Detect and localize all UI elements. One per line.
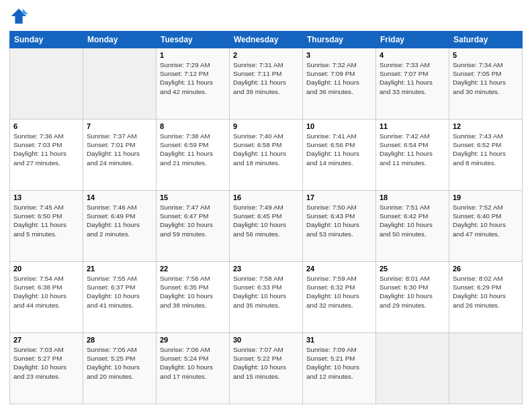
day-info: Sunrise: 7:49 AM Sunset: 6:45 PM Dayligh…	[233, 203, 299, 238]
day-number: 17	[306, 193, 372, 201]
logo-icon	[9, 7, 28, 26]
day-number: 21	[87, 265, 152, 273]
calendar-cell: 30Sunrise: 7:07 AM Sunset: 5:22 PM Dayli…	[230, 333, 303, 404]
calendar-cell: 23Sunrise: 7:58 AM Sunset: 6:33 PM Dayli…	[230, 262, 303, 333]
calendar-cell: 9Sunrise: 7:40 AM Sunset: 6:58 PM Daylig…	[230, 120, 303, 191]
day-number: 23	[233, 265, 299, 273]
day-info: Sunrise: 7:54 AM Sunset: 6:38 PM Dayligh…	[13, 274, 79, 310]
calendar-cell: 1Sunrise: 7:29 AM Sunset: 7:12 PM Daylig…	[157, 48, 230, 120]
weekday-header-saturday: Saturday	[449, 32, 523, 48]
weekday-header-sunday: Sunday	[10, 32, 83, 48]
day-info: Sunrise: 7:55 AM Sunset: 6:37 PM Dayligh…	[87, 274, 152, 310]
day-number: 25	[380, 265, 445, 273]
day-info: Sunrise: 7:37 AM Sunset: 7:01 PM Dayligh…	[87, 132, 152, 167]
day-info: Sunrise: 7:33 AM Sunset: 7:07 PM Dayligh…	[380, 60, 445, 96]
day-info: Sunrise: 7:29 AM Sunset: 7:12 PM Dayligh…	[160, 60, 226, 96]
day-number: 30	[233, 336, 299, 344]
page: SundayMondayTuesdayWednesdayThursdayFrid…	[0, 0, 532, 411]
calendar-cell: 3Sunrise: 7:32 AM Sunset: 7:09 PM Daylig…	[303, 48, 376, 120]
day-number: 26	[453, 265, 519, 273]
calendar-cell: 19Sunrise: 7:52 AM Sunset: 6:40 PM Dayli…	[449, 191, 523, 262]
day-info: Sunrise: 7:36 AM Sunset: 7:03 PM Dayligh…	[13, 132, 79, 167]
day-info: Sunrise: 7:32 AM Sunset: 7:09 PM Dayligh…	[306, 60, 372, 96]
calendar-cell: 4Sunrise: 7:33 AM Sunset: 7:07 PM Daylig…	[376, 48, 449, 120]
day-info: Sunrise: 7:50 AM Sunset: 6:43 PM Dayligh…	[306, 203, 372, 238]
day-number: 27	[13, 336, 79, 344]
weekday-header-tuesday: Tuesday	[157, 32, 230, 48]
calendar-cell	[449, 333, 523, 404]
calendar-cell	[83, 48, 157, 120]
day-number: 7	[87, 122, 152, 130]
calendar-cell: 7Sunrise: 7:37 AM Sunset: 7:01 PM Daylig…	[83, 120, 157, 191]
day-number: 24	[306, 265, 372, 273]
day-info: Sunrise: 7:34 AM Sunset: 7:05 PM Dayligh…	[453, 60, 519, 96]
calendar-cell: 17Sunrise: 7:50 AM Sunset: 6:43 PM Dayli…	[303, 191, 376, 262]
day-number: 12	[453, 122, 519, 130]
day-info: Sunrise: 7:43 AM Sunset: 6:52 PM Dayligh…	[453, 132, 519, 167]
day-info: Sunrise: 7:47 AM Sunset: 6:47 PM Dayligh…	[160, 203, 226, 238]
calendar-cell: 12Sunrise: 7:43 AM Sunset: 6:52 PM Dayli…	[449, 120, 523, 191]
calendar-table: SundayMondayTuesdayWednesdayThursdayFrid…	[9, 31, 523, 404]
day-info: Sunrise: 7:59 AM Sunset: 6:32 PM Dayligh…	[306, 274, 372, 310]
calendar-cell: 18Sunrise: 7:51 AM Sunset: 6:42 PM Dayli…	[376, 191, 449, 262]
calendar-cell: 6Sunrise: 7:36 AM Sunset: 7:03 PM Daylig…	[10, 120, 83, 191]
day-number: 28	[87, 336, 152, 344]
day-info: Sunrise: 7:09 AM Sunset: 5:21 PM Dayligh…	[306, 345, 372, 381]
day-number: 13	[13, 193, 79, 201]
calendar-cell: 16Sunrise: 7:49 AM Sunset: 6:45 PM Dayli…	[230, 191, 303, 262]
day-number: 2	[233, 51, 299, 59]
calendar-cell: 21Sunrise: 7:55 AM Sunset: 6:37 PM Dayli…	[83, 262, 157, 333]
day-info: Sunrise: 7:46 AM Sunset: 6:49 PM Dayligh…	[87, 203, 152, 238]
day-number: 5	[453, 51, 519, 59]
calendar-cell: 11Sunrise: 7:42 AM Sunset: 6:54 PM Dayli…	[376, 120, 449, 191]
day-info: Sunrise: 7:42 AM Sunset: 6:54 PM Dayligh…	[380, 132, 445, 167]
day-number: 4	[380, 51, 445, 59]
calendar-cell: 5Sunrise: 7:34 AM Sunset: 7:05 PM Daylig…	[449, 48, 523, 120]
day-number: 19	[453, 193, 519, 201]
logo	[9, 7, 31, 26]
day-info: Sunrise: 8:02 AM Sunset: 6:29 PM Dayligh…	[453, 274, 519, 310]
calendar-cell: 14Sunrise: 7:46 AM Sunset: 6:49 PM Dayli…	[83, 191, 157, 262]
calendar-cell: 2Sunrise: 7:31 AM Sunset: 7:11 PM Daylig…	[230, 48, 303, 120]
calendar-cell: 22Sunrise: 7:56 AM Sunset: 6:35 PM Dayli…	[157, 262, 230, 333]
calendar-cell: 31Sunrise: 7:09 AM Sunset: 5:21 PM Dayli…	[303, 333, 376, 404]
day-number: 3	[306, 51, 372, 59]
calendar-cell	[10, 48, 83, 120]
day-number: 9	[233, 122, 299, 130]
svg-marker-1	[23, 9, 28, 14]
calendar-cell: 13Sunrise: 7:45 AM Sunset: 6:50 PM Dayli…	[10, 191, 83, 262]
day-info: Sunrise: 7:05 AM Sunset: 5:25 PM Dayligh…	[87, 345, 152, 381]
weekday-header-friday: Friday	[376, 32, 449, 48]
weekday-header-wednesday: Wednesday	[230, 32, 303, 48]
day-info: Sunrise: 7:06 AM Sunset: 5:24 PM Dayligh…	[160, 345, 226, 381]
day-info: Sunrise: 7:58 AM Sunset: 6:33 PM Dayligh…	[233, 274, 299, 310]
day-number: 6	[13, 122, 79, 130]
calendar-cell: 26Sunrise: 8:02 AM Sunset: 6:29 PM Dayli…	[449, 262, 523, 333]
calendar-cell: 29Sunrise: 7:06 AM Sunset: 5:24 PM Dayli…	[157, 333, 230, 404]
calendar-cell: 24Sunrise: 7:59 AM Sunset: 6:32 PM Dayli…	[303, 262, 376, 333]
calendar-cell: 8Sunrise: 7:38 AM Sunset: 6:59 PM Daylig…	[157, 120, 230, 191]
calendar-cell: 28Sunrise: 7:05 AM Sunset: 5:25 PM Dayli…	[83, 333, 157, 404]
day-info: Sunrise: 7:52 AM Sunset: 6:40 PM Dayligh…	[453, 203, 519, 238]
calendar-cell: 25Sunrise: 8:01 AM Sunset: 6:30 PM Dayli…	[376, 262, 449, 333]
day-number: 20	[13, 265, 79, 273]
day-info: Sunrise: 7:03 AM Sunset: 5:27 PM Dayligh…	[13, 345, 79, 381]
day-number: 29	[160, 336, 226, 344]
day-info: Sunrise: 8:01 AM Sunset: 6:30 PM Dayligh…	[380, 274, 445, 310]
calendar-cell	[376, 333, 449, 404]
day-number: 1	[160, 51, 226, 59]
day-number: 11	[380, 122, 445, 130]
calendar-cell: 15Sunrise: 7:47 AM Sunset: 6:47 PM Dayli…	[157, 191, 230, 262]
day-number: 18	[380, 193, 445, 201]
calendar-cell: 20Sunrise: 7:54 AM Sunset: 6:38 PM Dayli…	[10, 262, 83, 333]
day-info: Sunrise: 7:31 AM Sunset: 7:11 PM Dayligh…	[233, 60, 299, 96]
day-info: Sunrise: 7:41 AM Sunset: 6:56 PM Dayligh…	[306, 132, 372, 167]
calendar-cell: 27Sunrise: 7:03 AM Sunset: 5:27 PM Dayli…	[10, 333, 83, 404]
day-info: Sunrise: 7:38 AM Sunset: 6:59 PM Dayligh…	[160, 132, 226, 167]
day-info: Sunrise: 7:07 AM Sunset: 5:22 PM Dayligh…	[233, 345, 299, 381]
day-number: 31	[306, 336, 372, 344]
day-info: Sunrise: 7:40 AM Sunset: 6:58 PM Dayligh…	[233, 132, 299, 167]
day-info: Sunrise: 7:56 AM Sunset: 6:35 PM Dayligh…	[160, 274, 226, 310]
day-info: Sunrise: 7:51 AM Sunset: 6:42 PM Dayligh…	[380, 203, 445, 238]
day-number: 10	[306, 122, 372, 130]
